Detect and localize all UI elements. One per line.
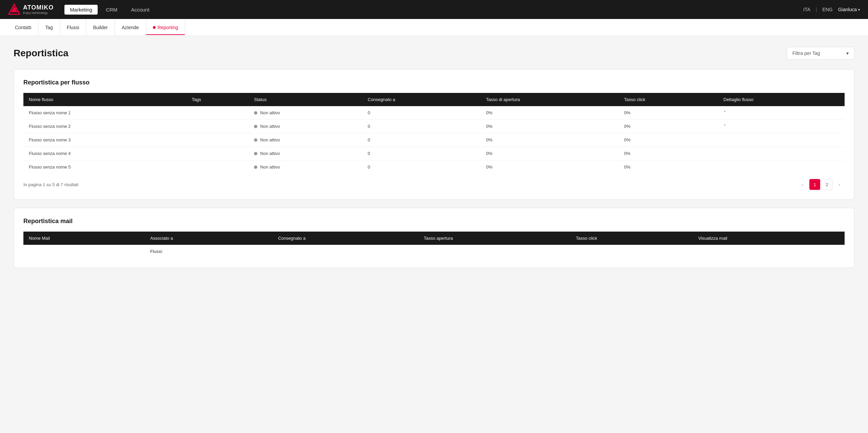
- flusso-status-4: Non attivo: [249, 160, 362, 174]
- mail-visualizza: [693, 245, 845, 258]
- page-1-button[interactable]: 1: [809, 179, 820, 190]
- nav-crm[interactable]: CRM: [100, 5, 123, 15]
- col-tasso-apertura: Tasso di apertura: [481, 93, 619, 106]
- flusso-status-3: Non attivo: [249, 147, 362, 160]
- col-tags: Tags: [186, 93, 249, 106]
- flusso-nome-3: Flusso senza nome 4: [23, 147, 186, 160]
- flusso-consegnato-4: 0: [362, 160, 481, 174]
- table-row: Flussi:: [23, 245, 845, 258]
- nav-left: ATOMIKO Enjoy NetStrategy Marketing CRM …: [8, 3, 155, 16]
- flusso-tasso-click-0: 0%: [618, 106, 718, 120]
- flusso-table-header-row: Nome flusso Tags Status Consegnato a Tas…: [23, 93, 845, 106]
- mail-table: Nome Mail Associato a Consegnato a Tasso…: [23, 232, 845, 258]
- top-nav-links: Marketing CRM Account: [64, 5, 155, 15]
- flusso-consegnato-0: 0: [362, 106, 481, 120]
- col-nome-mail: Nome Mail: [23, 232, 145, 245]
- lang-separator: |: [816, 7, 817, 12]
- user-name: Gianluca: [838, 7, 857, 12]
- prev-page-button[interactable]: ‹: [797, 179, 808, 190]
- user-menu[interactable]: Gianluca ▾: [838, 7, 860, 12]
- flusso-status-0: Non attivo: [249, 106, 362, 120]
- flusso-section-title: Reportistica per flusso: [23, 79, 845, 86]
- logo-icon: [8, 3, 20, 16]
- mail-tasso-apertura: [418, 245, 571, 258]
- logo: ATOMIKO Enjoy NetStrategy: [8, 3, 54, 16]
- user-chevron-icon: ▾: [858, 8, 860, 12]
- status-dot-icon: [254, 152, 257, 155]
- status-dot-icon: [254, 125, 257, 128]
- subnav-builder[interactable]: Builder: [86, 20, 115, 35]
- flusso-consegnato-3: 0: [362, 147, 481, 160]
- flusso-tasso-apertura-2: 0%: [481, 133, 619, 147]
- nav-right: ITA | ENG Gianluca ▾: [803, 7, 860, 12]
- mail-section-title: Reportistica mail: [23, 218, 845, 225]
- subnav-reporting[interactable]: Reporting: [146, 20, 185, 35]
- flusso-dettaglio-2: [718, 133, 845, 147]
- page-2-button[interactable]: 2: [822, 179, 832, 190]
- col-consegnato: Consegnato a: [362, 93, 481, 106]
- mail-consegnato: [273, 245, 418, 258]
- flusso-dettaglio-1[interactable]: ˅: [718, 120, 845, 133]
- flusso-consegnato-2: 0: [362, 133, 481, 147]
- flusso-nome-4: Flusso senza nome 5: [23, 160, 186, 174]
- flusso-tasso-apertura-3: 0%: [481, 147, 619, 160]
- tagline: Enjoy NetStrategy: [23, 11, 54, 15]
- flusso-dettaglio-0[interactable]: ˅: [718, 106, 845, 120]
- top-nav: ATOMIKO Enjoy NetStrategy Marketing CRM …: [0, 0, 868, 19]
- mail-nome: [23, 245, 145, 258]
- col-mail-tasso-click: Tasso click: [570, 232, 693, 245]
- mail-associato: Flussi:: [145, 245, 273, 258]
- flusso-tags-1: [186, 120, 249, 133]
- flusso-dettaglio-3: [718, 147, 845, 160]
- filter-tag-dropdown[interactable]: Filtra per Tag ▾: [787, 47, 854, 60]
- pagination-controls: ‹ 1 2 ›: [797, 179, 845, 190]
- filter-tag-label: Filtra per Tag: [792, 51, 820, 56]
- flusso-table: Nome flusso Tags Status Consegnato a Tas…: [23, 93, 845, 174]
- table-row: Flusso senza nome 1 Non attivo 0 0% 0% ˅: [23, 106, 845, 120]
- flusso-tasso-click-4: 0%: [618, 160, 718, 174]
- status-dot-icon: [254, 165, 257, 169]
- col-status: Status: [249, 93, 362, 106]
- nav-marketing[interactable]: Marketing: [64, 5, 98, 15]
- table-row: Flusso senza nome 4 Non attivo 0 0% 0%: [23, 147, 845, 160]
- next-page-button[interactable]: ›: [834, 179, 845, 190]
- flusso-table-body: Flusso senza nome 1 Non attivo 0 0% 0% ˅…: [23, 106, 845, 174]
- flusso-nome-1: Flusso senza nome 2: [23, 120, 186, 133]
- col-associato: Associato a: [145, 232, 273, 245]
- nav-account[interactable]: Account: [125, 5, 155, 15]
- flusso-consegnato-1: 0: [362, 120, 481, 133]
- col-mail-consegnato: Consegnato a: [273, 232, 418, 245]
- col-nome-flusso: Nome flusso: [23, 93, 186, 106]
- lang-eng[interactable]: ENG: [822, 7, 832, 12]
- reporting-dot-icon: [153, 26, 156, 29]
- flusso-tags-2: [186, 133, 249, 147]
- flusso-tasso-apertura-4: 0%: [481, 160, 619, 174]
- main-content: Reportistica Filtra per Tag ▾ Reportisti…: [0, 36, 868, 287]
- col-dettaglio: Dettaglio flusso: [718, 93, 845, 106]
- pagination-info: In pagina 1 su 5 di 7 risultati: [23, 182, 78, 187]
- filter-chevron-icon: ▾: [846, 51, 849, 56]
- subnav-tag[interactable]: Tag: [38, 20, 60, 35]
- flusso-status-2: Non attivo: [249, 133, 362, 147]
- lang-ita[interactable]: ITA: [803, 7, 810, 12]
- flusso-pagination: In pagina 1 su 5 di 7 risultati ‹ 1 2 ›: [23, 179, 845, 190]
- page-header: Reportistica Filtra per Tag ▾: [14, 47, 854, 60]
- flusso-tags-0: [186, 106, 249, 120]
- flusso-tasso-click-3: 0%: [618, 147, 718, 160]
- flusso-tags-4: [186, 160, 249, 174]
- subnav-flussi[interactable]: Flussi: [60, 20, 86, 35]
- flusso-tags-3: [186, 147, 249, 160]
- flusso-tasso-apertura-1: 0%: [481, 120, 619, 133]
- flusso-tasso-apertura-0: 0%: [481, 106, 619, 120]
- col-tasso-click: Tasso click: [618, 93, 718, 106]
- status-dot-icon: [254, 138, 257, 142]
- mail-table-header-row: Nome Mail Associato a Consegnato a Tasso…: [23, 232, 845, 245]
- logo-text: ATOMIKO Enjoy NetStrategy: [23, 4, 54, 15]
- status-dot-icon: [254, 111, 257, 115]
- flusso-status-1: Non attivo: [249, 120, 362, 133]
- table-row: Flusso senza nome 5 Non attivo 0 0% 0%: [23, 160, 845, 174]
- subnav-aziende[interactable]: Aziende: [115, 20, 146, 35]
- page-title: Reportistica: [14, 48, 68, 59]
- subnav-contatti[interactable]: Contatti: [8, 20, 38, 35]
- flusso-nome-2: Flusso senza nome 3: [23, 133, 186, 147]
